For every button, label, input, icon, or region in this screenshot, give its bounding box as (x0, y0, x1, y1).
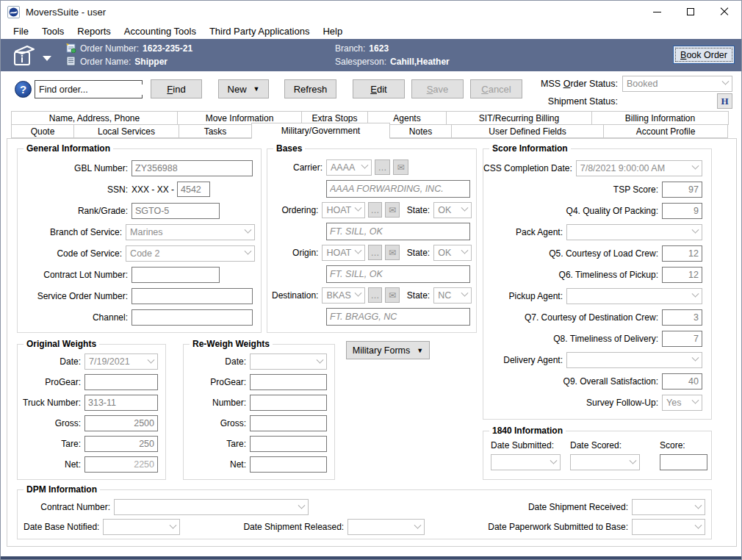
order-number-icon (65, 43, 76, 55)
pack-agent-select[interactable] (566, 224, 702, 240)
home-menu-caret-icon[interactable] (43, 56, 51, 61)
contract-lot-number-input[interactable] (132, 267, 220, 283)
history-button[interactable]: H (717, 93, 732, 109)
rw-net-input[interactable] (250, 456, 327, 473)
ordering-state-select[interactable]: OK (433, 202, 472, 218)
gbl-number-input[interactable] (132, 160, 253, 176)
date-shipment-received-select[interactable] (632, 499, 705, 515)
carrier-email-button[interactable]: ✉ (393, 159, 408, 175)
new-dropdown-arrow-icon: ▼ (253, 85, 260, 93)
new-button[interactable]: New▼ (218, 79, 269, 98)
destination-code-select[interactable]: BKAS (322, 287, 364, 304)
service-order-number-input[interactable] (132, 288, 253, 304)
find-order-combobox[interactable]: ▼ (35, 80, 143, 98)
date-scored-select[interactable] (570, 454, 640, 470)
find-button[interactable]: Find (151, 79, 202, 98)
q4-input[interactable] (662, 203, 702, 219)
tab-local-services[interactable]: Local Services (73, 124, 179, 138)
mss-order-status-select[interactable]: Booked (622, 76, 732, 92)
carrier-name-input[interactable] (326, 180, 470, 198)
minimize-button[interactable] (640, 1, 674, 23)
help-icon[interactable]: ? (15, 81, 32, 98)
tab-notes[interactable]: Notes (389, 124, 452, 138)
save-button[interactable]: Save (411, 79, 464, 98)
q8-input[interactable] (662, 331, 702, 347)
bases-title: Bases (273, 143, 305, 154)
maximize-button[interactable] (674, 1, 707, 23)
ordering-email-button[interactable]: ✉ (385, 202, 400, 218)
rw-tare-input[interactable] (250, 436, 327, 452)
ordering-lookup-button[interactable]: … (368, 202, 383, 218)
pickup-agent-select[interactable] (566, 288, 702, 304)
branch-of-service-select[interactable]: Marines (126, 224, 255, 240)
menu-reports[interactable]: Reports (71, 24, 118, 38)
delivery-agent-select[interactable] (566, 352, 702, 368)
date-base-notified-select[interactable] (103, 519, 180, 535)
menu-third-party-applications[interactable]: Third Party Applications (203, 24, 317, 38)
date-shipment-released-select[interactable] (347, 519, 425, 535)
edit-button[interactable]: Edit (353, 79, 405, 98)
q7-input[interactable] (662, 309, 702, 326)
book-order-button[interactable]: Book Order (673, 46, 735, 64)
chevron-down-icon (361, 162, 369, 169)
close-button[interactable] (707, 1, 741, 23)
menu-tools[interactable]: Tools (35, 24, 71, 38)
tab-tasks[interactable]: Tasks (179, 124, 252, 138)
survey-follow-up-select[interactable]: Yes (662, 395, 702, 411)
rw-date-select[interactable] (250, 353, 327, 370)
q9-input[interactable] (662, 373, 702, 390)
ordering-code-select[interactable]: HOAT (322, 202, 364, 218)
rank-grade-input[interactable] (132, 203, 220, 219)
find-order-input[interactable] (35, 85, 161, 95)
ow-gross-input[interactable] (84, 415, 158, 431)
origin-lookup-button[interactable]: … (368, 245, 383, 260)
salesperson-label: Salesperson: (335, 57, 386, 67)
rw-number-input[interactable] (250, 395, 327, 411)
home-icon[interactable] (10, 43, 37, 69)
channel-input[interactable] (132, 309, 253, 326)
ow-progear-input[interactable] (84, 374, 158, 390)
score-1840-input[interactable] (660, 454, 707, 470)
css-completion-date-select[interactable]: 7/8/2021 9:00:00 AM (576, 160, 702, 176)
origin-email-button[interactable]: ✉ (385, 245, 400, 260)
tab-sit-recurring-billing[interactable]: SIT/Recurring Billing (446, 111, 592, 125)
menu-accounting-tools[interactable]: Accounting Tools (118, 24, 203, 38)
ssn-last4-input[interactable] (177, 182, 210, 197)
tab-quote[interactable]: Quote (11, 124, 74, 138)
q5-input[interactable] (662, 245, 702, 262)
origin-state-select[interactable]: OK (433, 245, 472, 261)
carrier-lookup-button[interactable]: … (375, 159, 390, 175)
rw-gross-input[interactable] (250, 415, 327, 431)
tab-account-profile[interactable]: Account Profile (603, 124, 728, 138)
q6-input[interactable] (662, 267, 702, 283)
date-paperwork-select[interactable] (632, 519, 705, 535)
destination-name-input[interactable] (326, 308, 470, 326)
tab-billing-information[interactable]: Billing Information (591, 111, 729, 125)
tab-military-government[interactable]: Military/Government (251, 123, 390, 139)
origin-code-select[interactable]: HOAT (322, 245, 364, 261)
destination-email-button[interactable]: ✉ (385, 287, 400, 303)
carrier-code-select[interactable]: AAAA (326, 159, 372, 176)
date-submitted-select[interactable] (491, 454, 561, 470)
military-forms-button[interactable]: Military Forms▼ (346, 341, 430, 359)
origin-name-input[interactable] (326, 265, 470, 283)
ow-tare-input[interactable] (84, 436, 158, 452)
code-of-service-select[interactable]: Code 2 (126, 245, 255, 262)
menu-file[interactable]: File (7, 24, 35, 38)
ordering-name-input[interactable] (326, 223, 470, 240)
refresh-button[interactable]: Refresh (284, 79, 336, 98)
rw-progear-label: ProGear: (184, 377, 246, 387)
destination-state-select[interactable]: NC (433, 287, 472, 304)
tab-user-defined-fields[interactable]: User Defined Fields (451, 124, 604, 138)
q4-label: Q4. Quality Of Packing: (483, 206, 658, 216)
salesperson-value: Cahill,Heather (390, 57, 450, 67)
rw-progear-input[interactable] (250, 374, 327, 390)
tsp-score-input[interactable] (662, 182, 702, 198)
ow-date-select[interactable]: 7/19/2021 (84, 353, 158, 370)
contract-number-select[interactable] (114, 499, 309, 515)
menu-help[interactable]: Help (316, 24, 349, 38)
destination-lookup-button[interactable]: … (368, 287, 383, 303)
cancel-button[interactable]: Cancel (470, 79, 522, 98)
ow-truck-number-input[interactable] (84, 395, 158, 411)
tab-name-address-phone[interactable]: Name, Address, Phone (11, 111, 178, 125)
